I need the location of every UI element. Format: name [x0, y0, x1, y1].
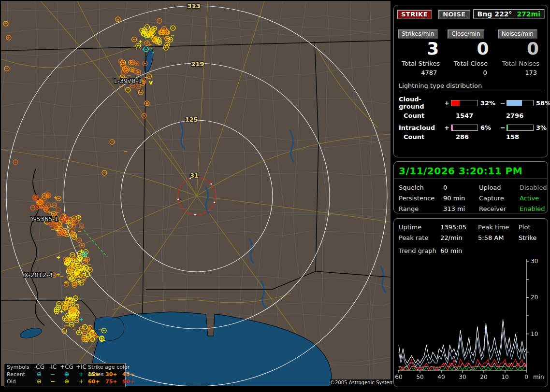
peak-rate-value: 22/min [440, 234, 478, 241]
peak-rate-label: Peak rate [399, 234, 440, 241]
noises-per-min-counter: Noises/min 0 Total Noises 173 [496, 28, 546, 76]
strikes-per-min-label: Strikes/min [398, 29, 438, 39]
cg-minus-sign: − [500, 99, 507, 107]
cloud-ground-row: Cloud-ground + 32% − 58% [399, 96, 543, 110]
svg-text:20: 20 [531, 294, 538, 301]
recent-cg-pos-icon: ⊕ [59, 371, 74, 378]
recent-ic-pos-icon: + [74, 371, 88, 378]
legend-header-row: Symbols -CG -IC +CG +IC Strike age color… [4, 364, 125, 371]
trend-graph-row: Trend graph 60 min [394, 241, 548, 254]
close-per-min-label: Close/min [448, 29, 484, 39]
close-per-min-counter: Close/min 0 Total Close 0 [446, 28, 495, 76]
total-strikes-value: 4787 [396, 67, 446, 76]
svg-text:313: 313 [187, 2, 200, 10]
rate-counters: Strikes/min 3 Total Strikes 4787 Close/m… [394, 22, 548, 76]
strike-mode-button[interactable]: STRIKE [397, 10, 432, 19]
old-cg-pos-icon: ⊕ [59, 378, 74, 385]
cg-neg-pct: 58% [534, 99, 550, 107]
total-close-value: 0 [446, 67, 495, 76]
settings-grid: Squelch 0 Upload Disabled Persistence 90… [394, 179, 548, 212]
cg-plus-sign: + [444, 99, 451, 107]
plot-label: Plot [519, 224, 543, 231]
svg-text:−: − [59, 273, 64, 280]
receiver-label: Receiver [479, 205, 520, 212]
upload-label: Upload [479, 184, 520, 191]
noise-mode-button[interactable]: NOISE [438, 10, 470, 19]
svg-text:Y-5365-1: Y-5365-1 [30, 215, 58, 223]
total-strikes-label: Total Strikes [396, 59, 446, 67]
cg-neg-bar [507, 100, 534, 106]
persistence-label: Persistence [399, 195, 443, 202]
cg-count-label: Count [404, 112, 456, 119]
range-label: Range [399, 205, 443, 212]
old-ic-pos-icon: + [74, 378, 88, 385]
capture-label: Capture [479, 195, 520, 202]
strike-stats-box: STRIKE NOISE Bng 222°272mi Strikes/min 3… [393, 5, 548, 157]
bearing-label: Bng 222° [478, 10, 512, 18]
ic-pos-pct: 6% [478, 124, 500, 131]
svg-text:10: 10 [531, 331, 538, 337]
bearing-distance: 272mi [517, 10, 540, 18]
old-ic-neg-icon: − [46, 378, 59, 385]
uptime-label: Uptime [399, 224, 440, 231]
svg-text:10: 10 [501, 374, 508, 380]
noises-per-min-label: Noises/min [498, 29, 537, 39]
recent-ic-neg-icon: − [46, 371, 59, 378]
age-75: 75+ [105, 378, 122, 385]
plot-value: Strike [519, 234, 543, 241]
symbol-legend: Symbols -CG -IC +CG +IC Strike age color… [4, 363, 126, 387]
uptime-grid: Uptime 1395:05 Peak time Plot Peak rate … [394, 219, 548, 241]
uptime-value: 1395:05 [440, 224, 478, 231]
peak-time-label: Peak time [478, 224, 519, 231]
stats-toolbar: STRIKE NOISE Bng 222°272mi [394, 5, 548, 22]
cg-pos-pct: 32% [478, 99, 500, 107]
strikes-per-min-counter: Strikes/min 3 Total Strikes 4787 [396, 28, 446, 76]
distribution-title: Lightning type distribution [399, 82, 543, 91]
ic-neg-count: 158 [506, 133, 543, 140]
range-value: 313 mi [443, 205, 479, 212]
trend-graph-label: Trend graph [399, 247, 440, 254]
map-canvas[interactable]: 31321912531L-3978-1vY-5365-1−X-2012-4− [1, 1, 391, 386]
svg-text:125: 125 [185, 116, 198, 123]
legend-row-old: Old ⊖ − ⊕ + 60+ 75+ 90+ [4, 378, 125, 385]
svg-text:L-3978-1: L-3978-1 [114, 77, 142, 84]
capture-status: Active [520, 195, 547, 202]
intracloud-row: Intracloud + 6% − 3% [399, 124, 543, 131]
age-60: 60+ [88, 378, 105, 385]
svg-text:0: 0 [524, 374, 528, 380]
cg-neg-count: 2796 [506, 112, 543, 119]
trend-graph-value: 60 min [440, 247, 543, 254]
date-time: 3/11/2026 3:20:11 PM [394, 162, 548, 179]
old-cg-neg-icon: ⊖ [32, 378, 46, 385]
legend-old-label: Old [7, 378, 32, 385]
intracloud-label: Intracloud [399, 124, 444, 131]
svg-text:50: 50 [416, 374, 423, 380]
svg-text:X-2012-4: X-2012-4 [24, 271, 53, 279]
upload-status: Disabled [520, 184, 547, 191]
lightning-map[interactable]: 31321912531L-3978-1vY-5365-1−X-2012-4− S… [1, 1, 391, 386]
strikes-per-min-value: 3 [396, 39, 446, 59]
copyright-text: ©2005 Astrogenic Systems [330, 379, 391, 386]
intracloud-counts: Count 286 158 [404, 133, 543, 140]
age-15: 15+ [88, 371, 105, 378]
persistence-value: 90 min [443, 195, 479, 202]
ic-count-label: Count [404, 133, 456, 140]
legend-row-recent: Recent ⊖ − ⊕ + 15+ 30+ 45+ [4, 371, 125, 378]
close-per-min-value: 0 [446, 39, 495, 59]
trend-chart: 1020306050403020100min [395, 257, 547, 384]
svg-text:219: 219 [191, 60, 204, 68]
ic-neg-pct: 3% [534, 124, 547, 131]
lightning-distribution: Lightning type distribution Cloud-ground… [394, 76, 548, 140]
ic-neg-bar [507, 125, 534, 131]
svg-text:31: 31 [190, 172, 199, 179]
ic-plus-sign: + [444, 124, 451, 131]
cloud-ground-counts: Count 1547 2796 [404, 112, 543, 119]
age-90: 90+ [122, 378, 138, 385]
squelch-label: Squelch [399, 184, 443, 191]
ic-minus-sign: − [500, 124, 507, 131]
total-close-label: Total Close [446, 59, 495, 67]
svg-text:40: 40 [437, 374, 445, 380]
legend-recent-label: Recent [7, 371, 32, 378]
ic-pos-bar [451, 125, 478, 131]
recent-cg-neg-icon: ⊖ [32, 371, 46, 378]
